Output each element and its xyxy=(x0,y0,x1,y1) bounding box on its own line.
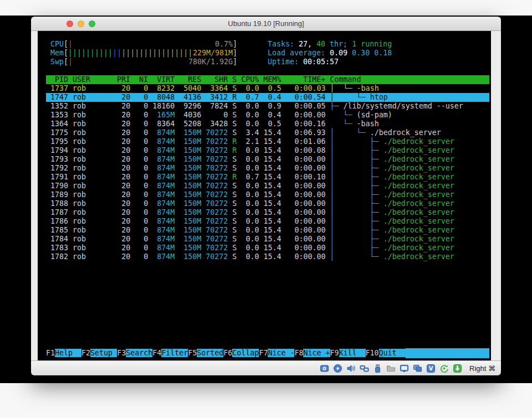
process-row[interactable]: 1747 rob 20 0 8048 4136 3412 R 0.7 0.4 0… xyxy=(46,93,489,102)
fnkey-f2[interactable]: F2Setup xyxy=(81,348,117,358)
stat-line: Load average: 0.09 0.30 0.18 xyxy=(268,49,392,58)
features-icon[interactable]: V xyxy=(426,364,436,373)
process-row[interactable]: 1787 rob 20 0 874M 150M 70272 S 0.0 15.4… xyxy=(46,208,489,217)
process-row[interactable]: 1737 rob 20 0 8232 5040 3364 S 0.0 0.5 0… xyxy=(46,84,489,93)
shared-folders-icon[interactable] xyxy=(386,364,396,373)
fnkey-f6[interactable]: F6Collap xyxy=(223,348,259,358)
audio-icon[interactable] xyxy=(346,364,356,373)
process-row[interactable]: 1786 rob 20 0 874M 150M 70272 S 0.0 15.4… xyxy=(46,217,489,226)
svg-text:V: V xyxy=(429,365,433,371)
screenshot-stage: Ubuntu 19.10 [Running] CPU[|0.7%] Mem[||… xyxy=(0,0,532,418)
fnkey-f9[interactable]: F9Kill xyxy=(330,348,366,358)
htop-stats: Tasks: 27, 40 thr; 1 runningLoad average… xyxy=(268,40,392,66)
process-row[interactable]: 1794 rob 20 0 874M 150M 70272 R 0.0 15.4… xyxy=(46,146,489,155)
process-row[interactable]: 1364 rob 20 0 8364 5208 3428 S 0.0 0.5 0… xyxy=(46,120,489,128)
process-row[interactable]: 1793 rob 20 0 874M 150M 70272 S 0.0 15.4… xyxy=(46,155,489,164)
process-table: 1737 rob 20 0 8232 5040 3364 S 0.0 0.5 0… xyxy=(46,84,489,261)
fnkey-f3[interactable]: F3Search xyxy=(117,348,152,358)
process-row[interactable]: 1775 rob 20 0 874M 150M 70272 S 3.4 15.4… xyxy=(46,128,489,137)
process-row[interactable]: 1788 rob 20 0 874M 150M 70272 S 0.0 15.4… xyxy=(46,199,489,208)
display-icon[interactable] xyxy=(400,364,409,373)
host-key-indicator: Right ⌘ xyxy=(469,364,495,373)
process-row[interactable]: 1792 rob 20 0 874M 150M 70272 S 0.0 15.4… xyxy=(46,164,489,173)
process-row[interactable]: 1353 rob 20 0 165M 4036 0 S 0.0 0.4 0:00… xyxy=(46,111,489,120)
vm-display-area: CPU[|0.7%] Mem[|||||||||||||||||||||||||… xyxy=(31,31,501,360)
process-row[interactable]: 1795 rob 20 0 874M 150M 70272 R 2.1 15.4… xyxy=(46,137,489,146)
usb-icon[interactable] xyxy=(373,364,382,373)
fnkey-f4[interactable]: F4Filter xyxy=(152,348,188,358)
process-row[interactable]: 1783 rob 20 0 874M 150M 70272 S 0.0 15.4… xyxy=(46,244,489,252)
vm-screen: CPU[|0.7%] Mem[|||||||||||||||||||||||||… xyxy=(38,31,491,360)
fnkey-f7[interactable]: F7Nice - xyxy=(259,348,294,358)
mouse-integration-icon[interactable] xyxy=(439,364,449,373)
recording-icon[interactable] xyxy=(413,364,422,373)
process-row[interactable]: 1791 rob 20 0 874M 150M 70272 R 0.7 15.4… xyxy=(46,173,489,182)
htop-terminal: CPU[|0.7%] Mem[|||||||||||||||||||||||||… xyxy=(46,40,489,261)
process-row[interactable]: 1785 rob 20 0 874M 150M 70272 S 0.0 15.4… xyxy=(46,226,489,235)
window-title: Ubuntu 19.10 [Running] xyxy=(31,19,501,28)
virtualbox-window: Ubuntu 19.10 [Running] CPU[|0.7%] Mem[||… xyxy=(31,17,501,376)
fnkey-f1[interactable]: F1Help xyxy=(46,348,81,358)
stat-line: Tasks: 27, 40 thr; 1 running xyxy=(268,40,392,49)
fnkey-f8[interactable]: F8Nice + xyxy=(294,348,330,358)
process-row[interactable]: 1352 rob 20 0 18160 9296 7824 S 0.0 0.9 … xyxy=(46,102,489,111)
process-row[interactable]: 1790 rob 20 0 874M 150M 70272 S 0.0 15.4… xyxy=(46,182,489,190)
keyboard-capture-icon[interactable] xyxy=(453,364,462,373)
optical-disc-icon[interactable] xyxy=(333,364,342,373)
fnkey-f10[interactable]: F10Quit xyxy=(366,348,406,358)
statusbar-icons: VRight ⌘ xyxy=(320,361,495,376)
function-key-bar: F1Help F2Setup F3SearchF4FilterF5SortedF… xyxy=(46,348,489,358)
vbox-statusbar: VRight ⌘ xyxy=(31,360,501,375)
process-row[interactable]: 1789 rob 20 0 874M 150M 70272 S 0.0 15.4… xyxy=(46,190,489,199)
stat-line: Uptime: 00:05:57 xyxy=(268,58,392,66)
process-table-header[interactable]: PID USER PRI NI VIRT RES SHR S CPU% MEM%… xyxy=(46,75,489,84)
process-row[interactable]: 1784 rob 20 0 874M 150M 70272 S 0.0 15.4… xyxy=(46,235,489,244)
network-icon[interactable] xyxy=(360,364,369,373)
process-row[interactable]: 1782 rob 20 0 874M 150M 70272 S 0.0 15.4… xyxy=(46,252,489,261)
window-titlebar[interactable]: Ubuntu 19.10 [Running] xyxy=(31,17,501,31)
hdd-icon[interactable] xyxy=(320,364,329,373)
fnkey-f5[interactable]: F5Sorted xyxy=(188,348,223,358)
